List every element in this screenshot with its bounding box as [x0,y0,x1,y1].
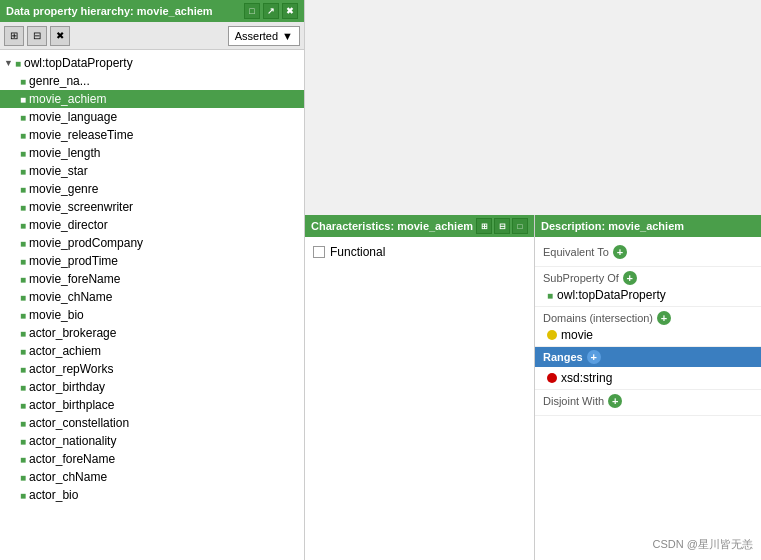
char-title: Characteristics: movie_achiem [311,220,473,232]
char-icon-2[interactable]: ⊟ [494,218,510,234]
equivalent-to-label: Equivalent To [543,246,609,258]
tree-item-icon: ■ [20,130,26,141]
domains-add-btn[interactable]: + [657,311,671,325]
functional-row[interactable]: Functional [313,245,526,259]
tree-item[interactable]: ■actor_birthday [0,378,304,396]
tree-item-icon: ■ [20,220,26,231]
left-panel-header: Data property hierarchy: movie_achiem □ … [0,0,304,22]
tree-item[interactable]: ■actor_bio [0,486,304,504]
sub-property-section: SubProperty Of + ■ owl:topDataProperty [535,267,761,307]
tree-container[interactable]: ▼ ■ owl:topDataProperty ■genre_na...■mov… [0,50,304,560]
ranges-section: Ranges + xsd:string [535,347,761,390]
ranges-dot [547,373,557,383]
tree-item-icon: ■ [20,418,26,429]
tree-item[interactable]: ■actor_foreName [0,450,304,468]
asserted-label: Asserted [235,30,278,42]
tree-item[interactable]: ■movie_language [0,108,304,126]
tree-item-label: actor_birthplace [29,398,114,412]
disjoint-add-btn[interactable]: + [608,394,622,408]
tree-item[interactable]: ■movie_screenwriter [0,198,304,216]
header-icon-arrow[interactable]: ↗ [263,3,279,19]
tree-item[interactable]: ■actor_brokerage [0,324,304,342]
tree-items: ■genre_na...■movie_achiem■movie_language… [0,72,304,504]
tree-item-icon: ■ [20,346,26,357]
tree-item-label: actor_achiem [29,344,101,358]
tree-item-icon: ■ [20,310,26,321]
tree-item-label: actor_foreName [29,452,115,466]
sub-property-value-row: ■ owl:topDataProperty [543,288,753,302]
tree-item-label: actor_repWorks [29,362,113,376]
tree-root[interactable]: ▼ ■ owl:topDataProperty [0,54,304,72]
domains-section: Domains (intersection) + movie [535,307,761,347]
right-bottom: Characteristics: movie_achiem ⊞ ⊟ □ Func… [305,215,761,560]
tree-item[interactable]: ■actor_achiem [0,342,304,360]
tree-item[interactable]: ■movie_prodCompany [0,234,304,252]
tree-item-icon: ■ [20,436,26,447]
functional-label: Functional [330,245,385,259]
tree-item-icon: ■ [20,364,26,375]
desc-header: Description: movie_achiem [535,215,761,237]
tree-item-icon: ■ [20,76,26,87]
tree-item[interactable]: ■actor_constellation [0,414,304,432]
tree-item[interactable]: ■movie_prodTime [0,252,304,270]
domains-dot [547,330,557,340]
char-icon-3[interactable]: □ [512,218,528,234]
tree-item-label: genre_na... [29,74,90,88]
tree-item[interactable]: ■movie_length [0,144,304,162]
ranges-add-btn[interactable]: + [587,350,601,364]
ranges-value: xsd:string [561,371,612,385]
tree-item-icon: ■ [20,94,26,105]
toolbar-remove-btn[interactable]: ⊟ [27,26,47,46]
functional-checkbox[interactable] [313,246,325,258]
dropdown-arrow: ▼ [282,30,293,42]
desc-title: Description: movie_achiem [541,220,684,232]
char-icon-1[interactable]: ⊞ [476,218,492,234]
equivalent-to-add-btn[interactable]: + [613,245,627,259]
tree-item[interactable]: ■actor_chName [0,468,304,486]
tree-item[interactable]: ■actor_nationality [0,432,304,450]
sub-property-icon: ■ [547,290,553,301]
tree-item-label: movie_screenwriter [29,200,133,214]
tree-item-icon: ■ [20,382,26,393]
tree-item-label: movie_bio [29,308,84,322]
tree-item[interactable]: ■movie_foreName [0,270,304,288]
tree-item[interactable]: ■movie_releaseTime [0,126,304,144]
header-icon-close[interactable]: ✖ [282,3,298,19]
tree-item-icon: ■ [20,256,26,267]
watermark: CSDN @星川皆无恙 [653,537,753,552]
tree-item[interactable]: ■genre_na... [0,72,304,90]
tree-item-label: actor_birthday [29,380,105,394]
tree-item-label: movie_prodTime [29,254,118,268]
sub-property-header: SubProperty Of + [543,271,753,285]
tree-item[interactable]: ■movie_bio [0,306,304,324]
desc-content: Equivalent To + SubProperty Of + ■ owl:t… [535,237,761,560]
tree-item-icon: ■ [20,148,26,159]
right-area: Characteristics: movie_achiem ⊞ ⊟ □ Func… [305,0,761,560]
tree-item-label: movie_genre [29,182,98,196]
left-panel-title: Data property hierarchy: movie_achiem [6,5,213,17]
asserted-dropdown[interactable]: Asserted ▼ [228,26,300,46]
tree-item-label: movie_star [29,164,88,178]
tree-item[interactable]: ■movie_star [0,162,304,180]
tree-item-label: movie_releaseTime [29,128,133,142]
sub-property-add-btn[interactable]: + [623,271,637,285]
tree-item[interactable]: ■actor_birthplace [0,396,304,414]
sub-property-value: owl:topDataProperty [557,288,666,302]
tree-root-label: owl:topDataProperty [24,56,133,70]
toolbar-delete-btn[interactable]: ✖ [50,26,70,46]
tree-item[interactable]: ■movie_chName [0,288,304,306]
tree-item[interactable]: ■actor_repWorks [0,360,304,378]
char-panel: Characteristics: movie_achiem ⊞ ⊟ □ Func… [305,215,535,560]
tree-item-label: actor_brokerage [29,326,116,340]
expand-arrow-icon: ▼ [4,58,13,68]
tree-item[interactable]: ■movie_achiem [0,90,304,108]
tree-item-icon: ■ [20,454,26,465]
toolbar-add-btn[interactable]: ⊞ [4,26,24,46]
header-icon-expand[interactable]: □ [244,3,260,19]
tree-item-icon: ■ [20,112,26,123]
tree-item[interactable]: ■movie_director [0,216,304,234]
tree-item[interactable]: ■movie_genre [0,180,304,198]
desc-panel: Description: movie_achiem Equivalent To … [535,215,761,560]
tree-item-icon: ■ [20,472,26,483]
sub-property-label: SubProperty Of [543,272,619,284]
